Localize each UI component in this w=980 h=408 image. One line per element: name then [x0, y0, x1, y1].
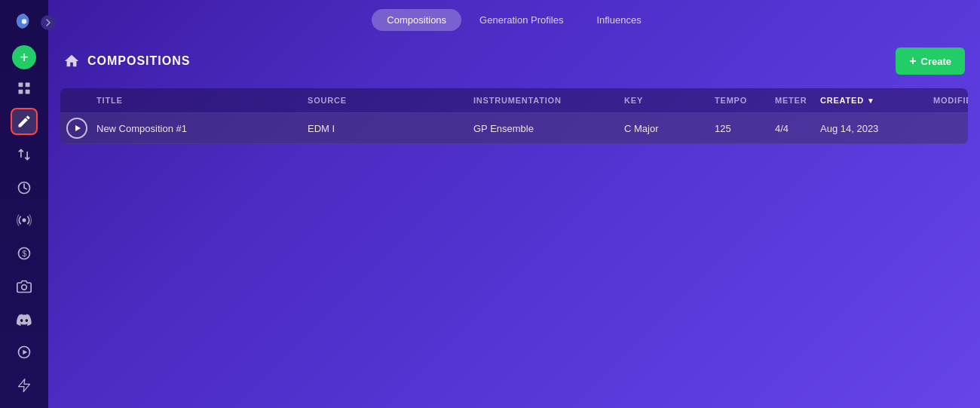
sidebar-item-player[interactable] [11, 339, 38, 367]
svg-marker-13 [75, 125, 81, 131]
sidebar-item-editor[interactable]: Editor [11, 108, 38, 135]
svg-point-0 [22, 19, 26, 23]
main-content: Compositions Generation Profiles Influen… [48, 0, 980, 408]
sidebar-item-radio[interactable] [11, 207, 38, 235]
cell-source: EDM I [302, 123, 467, 134]
svg-rect-1 [19, 83, 23, 87]
page-title-area: COMPOSITIONS [63, 53, 190, 69]
compositions-table: TITLE SOURCE INSTRUMENTATION KEY TEMPO M… [60, 88, 968, 144]
home-icon [63, 53, 80, 69]
sidebar-item-camera[interactable] [11, 273, 38, 300]
sidebar-item-remix[interactable] [11, 141, 38, 168]
sidebar: + Editor $ [0, 0, 48, 408]
header-play [60, 96, 90, 105]
table-header: TITLE SOURCE INSTRUMENTATION KEY TEMPO M… [60, 88, 968, 113]
svg-text:$: $ [23, 250, 27, 258]
cell-title: New Composition #1 [90, 123, 302, 134]
sidebar-item-lightning[interactable] [11, 372, 38, 399]
cell-tempo: 125 [709, 123, 769, 134]
sidebar-item-discord[interactable] [11, 306, 38, 333]
sidebar-item-score[interactable] [11, 174, 38, 201]
svg-marker-11 [23, 350, 27, 355]
table-row: New Composition #1 EDM I GP Ensemble C M… [60, 113, 968, 144]
svg-rect-2 [26, 83, 30, 87]
page-header: COMPOSITIONS + Create [60, 40, 968, 82]
create-plus-icon: + [909, 54, 916, 68]
svg-point-6 [23, 219, 26, 222]
sidebar-item-monetize[interactable]: $ [11, 240, 38, 267]
cell-play [60, 118, 90, 139]
cell-instrumentation: GP Ensemble [467, 123, 618, 134]
content-area: COMPOSITIONS + Create TITLE SOURCE INSTR… [48, 40, 980, 408]
header-key: KEY [618, 96, 709, 105]
plus-icon: + [20, 50, 29, 65]
tab-compositions[interactable]: Compositions [372, 9, 461, 31]
tab-generation-profiles[interactable]: Generation Profiles [464, 9, 578, 31]
header-title: TITLE [90, 96, 302, 105]
sort-arrow-icon: ▼ [867, 97, 875, 105]
create-label: Create [921, 56, 951, 67]
svg-marker-12 [19, 379, 30, 392]
page-title: COMPOSITIONS [87, 54, 190, 68]
svg-rect-3 [19, 90, 23, 94]
top-nav: Compositions Generation Profiles Influen… [48, 0, 980, 40]
header-meter: METER [769, 96, 814, 105]
svg-rect-4 [26, 90, 30, 94]
cell-created: Aug 14, 2023 [814, 123, 927, 134]
create-button[interactable]: + Create [896, 48, 965, 75]
play-button[interactable] [66, 118, 87, 139]
svg-point-9 [22, 284, 27, 290]
header-created[interactable]: CREATED ▼ [814, 96, 927, 105]
header-tempo: TEMPO [709, 96, 769, 105]
add-button[interactable]: + [12, 45, 36, 69]
tab-influences[interactable]: Influences [581, 9, 656, 31]
header-instrumentation: INSTRUMENTATION [467, 96, 618, 105]
cell-meter: 4/4 [769, 123, 814, 134]
sidebar-item-dashboard[interactable] [11, 75, 38, 103]
play-icon [74, 124, 81, 132]
cell-key: C Major [618, 123, 709, 134]
app-logo [11, 9, 38, 36]
sidebar-expand-button[interactable] [41, 15, 56, 30]
header-modified: MODIFIED [927, 96, 968, 105]
header-source: SOURCE [302, 96, 467, 105]
